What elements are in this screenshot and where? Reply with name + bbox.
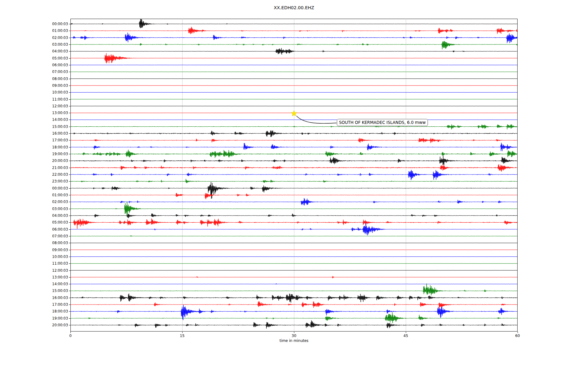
trace-row-0-000003 — [70, 18, 517, 28]
trace-row-35-110003 — [70, 263, 517, 264]
trace-row-20-200003 — [70, 155, 517, 165]
trace-row-24-000003 — [70, 182, 517, 199]
trace-row-15-150003 — [70, 124, 517, 129]
trace-row-17-170003 — [70, 138, 517, 143]
trace-row-33-090003 — [70, 250, 517, 250]
trace-canvas — [0, 0, 588, 368]
trace-row-19-190003 — [70, 150, 517, 158]
trace-row-22-220003 — [70, 170, 517, 180]
trace-row-27-030003 — [70, 201, 517, 217]
trace-row-34-100003 — [70, 256, 517, 257]
trace-row-37-130003 — [70, 276, 517, 278]
trace-row-25-010003 — [70, 193, 517, 199]
seismogram-window: { "title": "XX.EDH02.00.EHZ", "axes": { … — [0, 0, 588, 368]
trace-row-9-090003 — [70, 86, 517, 86]
trace-row-1-010003 — [70, 27, 517, 34]
trace-row-7-070003 — [70, 72, 517, 72]
trace-row-36-120003 — [70, 270, 517, 270]
trace-row-6-060003 — [70, 65, 517, 65]
trace-row-14-140003 — [70, 120, 517, 120]
trace-row-29-050003 — [70, 219, 517, 229]
trace-row-23-230003 — [70, 179, 517, 183]
trace-group — [70, 18, 517, 328]
trace-row-43-190003 — [70, 312, 517, 323]
trace-row-38-140003 — [70, 284, 517, 285]
trace-row-40-160003 — [70, 293, 517, 303]
trace-row-3-030003 — [70, 41, 517, 49]
trace-row-4-040003 — [70, 48, 517, 55]
trace-row-30-060003 — [70, 223, 517, 235]
trace-row-18-180003 — [70, 143, 517, 151]
trace-row-12-120003 — [70, 106, 517, 106]
trace-row-32-080003 — [70, 243, 517, 243]
event-marker-star-icon — [291, 110, 297, 116]
trace-row-2-020003 — [70, 33, 517, 43]
trace-row-31-070003 — [70, 236, 517, 236]
trace-row-11-110003 — [70, 99, 517, 99]
trace-row-44-200003 — [70, 320, 517, 329]
trace-row-28-040003 — [70, 213, 517, 218]
trace-row-5-050003 — [70, 53, 517, 63]
event-annotation-label: SOUTH OF KERMADEC ISLANDS, 6.0 mww — [337, 119, 428, 126]
trace-row-16-160003 — [70, 130, 517, 137]
trace-row-21-210003 — [70, 164, 517, 172]
trace-row-8-080003 — [70, 79, 517, 79]
trace-row-26-020003 — [70, 198, 517, 205]
trace-row-39-150003 — [70, 284, 517, 296]
trace-row-42-180003 — [70, 305, 517, 320]
trace-row-41-170003 — [70, 301, 517, 309]
trace-row-10-100003 — [70, 92, 517, 93]
event-annotation-text: SOUTH OF KERMADEC ISLANDS, 6.0 mww — [339, 120, 426, 125]
